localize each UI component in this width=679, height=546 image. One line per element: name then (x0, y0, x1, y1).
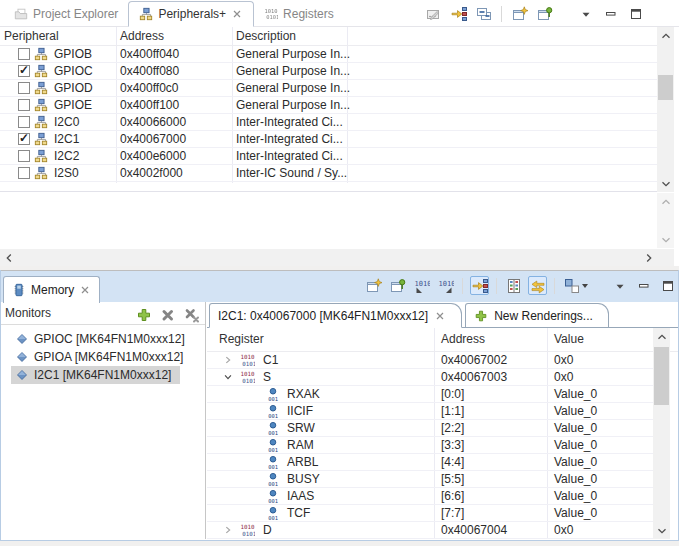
bitfield-row[interactable]: RXAK [0:0] Value_0 (207, 386, 653, 403)
monitors-header: Monitors (1, 302, 205, 325)
link-with-editor-button[interactable] (449, 4, 468, 23)
bitfield-name: RAM (287, 438, 314, 452)
chevron-right-icon[interactable] (223, 355, 233, 365)
monitor-item-selected[interactable]: I2C1 [MK64FN1M0xxx12] (11, 366, 180, 384)
register-row[interactable]: C1 0x40067002 0x0 (207, 352, 653, 369)
vertical-scrollbar[interactable] (653, 328, 670, 539)
pin-memory-monitor-button[interactable] (388, 276, 407, 295)
toggle-memory-monitors-pane-button[interactable] (504, 276, 523, 295)
table-row[interactable]: I2C2 0x400e6000 Inter-Integrated Ci... (0, 148, 657, 165)
peripheral-checkbox[interactable] (18, 167, 30, 179)
view-menu-button[interactable] (576, 4, 595, 23)
bitfield-row[interactable]: TCF [7:7] Value_0 (207, 505, 653, 522)
column-header-description[interactable]: Description (236, 29, 296, 43)
register-row[interactable]: S 0x40067003 0x0 (207, 369, 653, 386)
scroll-up-arrow[interactable] (653, 328, 670, 345)
scrollbar-thumb[interactable] (658, 75, 673, 100)
table-row[interactable]: GPIOC 0x400ff080 General Purpose In... (0, 63, 657, 80)
bitfield-row[interactable]: ARBL [4:4] Value_0 (207, 454, 653, 471)
tab-registers[interactable]: Registers (254, 1, 344, 26)
vertical-scrollbar[interactable] (657, 193, 674, 248)
tab-new-renderings[interactable]: New Renderings... (465, 303, 609, 327)
import-memory-icon (438, 278, 454, 294)
peripheral-checkbox[interactable] (18, 116, 30, 128)
scroll-left-arrow[interactable] (0, 249, 17, 266)
table-row[interactable]: I2C1 0x40067000 Inter-Integrated Ci... (0, 131, 657, 148)
tab-memory[interactable]: Memory (3, 276, 100, 303)
remove-memory-monitor-button[interactable] (158, 305, 177, 324)
bitfield-name: TCF (287, 506, 310, 520)
bitfield-row[interactable]: IAAS [6:6] Value_0 (207, 488, 653, 505)
column-header-peripheral[interactable]: Peripheral (4, 29, 59, 43)
minimize-button[interactable] (601, 4, 620, 23)
close-icon[interactable] (231, 8, 243, 20)
close-icon[interactable] (434, 310, 446, 322)
bitfield-value: Value_0 (554, 489, 597, 503)
switch-memory-monitor-button[interactable] (562, 276, 590, 295)
scroll-down-arrow[interactable] (653, 522, 670, 539)
chevron-down-icon[interactable] (223, 372, 233, 382)
table-row[interactable]: GPIOE 0x400ff100 General Purpose In... (0, 97, 657, 114)
bitfield-icon (265, 455, 280, 470)
new-memory-view-button[interactable] (364, 276, 383, 295)
minimize-button[interactable] (634, 276, 653, 295)
table-row[interactable]: GPIOD 0x400ff0c0 General Purpose In... (0, 80, 657, 97)
peripheral-checkbox[interactable] (18, 65, 30, 77)
scroll-down-arrow[interactable] (657, 175, 674, 192)
horizontal-scrollbar[interactable] (0, 249, 657, 266)
collapse-all-button[interactable] (474, 4, 493, 23)
toggle-split-pane-button[interactable] (528, 276, 547, 295)
bitfield-row[interactable]: IICIF [1:1] Value_0 (207, 403, 653, 420)
monitors-toolbar (134, 305, 201, 324)
scrollbar-thumb[interactable] (654, 347, 669, 405)
column-header-address[interactable]: Address (120, 29, 164, 43)
register-value: 0x0 (554, 523, 573, 537)
register-value: 0x0 (554, 353, 573, 367)
scroll-up-arrow[interactable] (657, 193, 674, 210)
column-header-register[interactable]: Register (219, 332, 264, 346)
bitfield-range: [0:0] (441, 387, 464, 401)
column-header-value[interactable]: Value (554, 332, 584, 346)
monitor-item[interactable]: GPIOC [MK64FN1M0xxx12] (11, 330, 194, 348)
vertical-scrollbar[interactable] (657, 27, 674, 192)
add-memory-monitor-button[interactable] (134, 305, 153, 324)
register-row[interactable]: D 0x40067004 0x0 (207, 522, 653, 539)
monitor-item[interactable]: GPIOA [MK64FN1M0xxx12] (11, 348, 192, 366)
scroll-up-arrow[interactable] (657, 27, 674, 44)
open-new-view-button[interactable] (510, 4, 529, 23)
import-memory-button[interactable] (436, 276, 455, 295)
maximize-button[interactable] (658, 276, 677, 295)
edit-disabled-button[interactable] (424, 4, 443, 23)
table-row[interactable]: GPIOB 0x400ff040 General Purpose In... (0, 46, 657, 63)
view-menu-button[interactable] (610, 276, 629, 295)
close-icon[interactable] (79, 284, 91, 296)
bitfield-row[interactable]: BUSY [5:5] Value_0 (207, 471, 653, 488)
table-row[interactable]: I2C0 0x40066000 Inter-Integrated Ci... (0, 114, 657, 131)
column-header-address[interactable]: Address (441, 332, 485, 346)
tab-peripherals[interactable]: Peripherals+ (128, 1, 254, 27)
bitfield-range: [4:4] (441, 455, 464, 469)
peripheral-address: 0x4002f000 (120, 166, 183, 180)
remove-all-memory-monitors-button[interactable] (182, 305, 201, 324)
peripheral-checkbox[interactable] (18, 99, 30, 111)
bitfield-icon (265, 438, 280, 453)
peripheral-checkbox[interactable] (18, 150, 30, 162)
bitfield-row[interactable]: RAM [3:3] Value_0 (207, 437, 653, 454)
maximize-button[interactable] (626, 4, 645, 23)
chevron-right-icon[interactable] (223, 525, 233, 535)
export-memory-button[interactable] (412, 276, 431, 295)
peripheral-description: Inter-Integrated Ci... (236, 132, 343, 146)
scroll-right-arrow[interactable] (640, 249, 657, 266)
peripheral-checkbox[interactable] (18, 82, 30, 94)
table-row[interactable]: I2S0 0x4002f000 Inter-IC Sound / Sy... (0, 165, 657, 182)
link-with-editor-button[interactable] (470, 276, 489, 295)
tab-rendering-i2c1[interactable]: I2C1: 0x40067000 [MK64FN1M0xxx12] (209, 303, 462, 328)
pin-view-button[interactable] (535, 4, 554, 23)
scroll-down-arrow[interactable] (657, 231, 674, 248)
tab-project-explorer[interactable]: Project Explorer (4, 1, 128, 26)
peripheral-checkbox[interactable] (18, 133, 30, 145)
bitfield-name: ARBL (287, 455, 318, 469)
bitfield-row[interactable]: SRW [2:2] Value_0 (207, 420, 653, 437)
peripheral-checkbox[interactable] (18, 48, 30, 60)
add-rendering-icon (474, 309, 488, 323)
